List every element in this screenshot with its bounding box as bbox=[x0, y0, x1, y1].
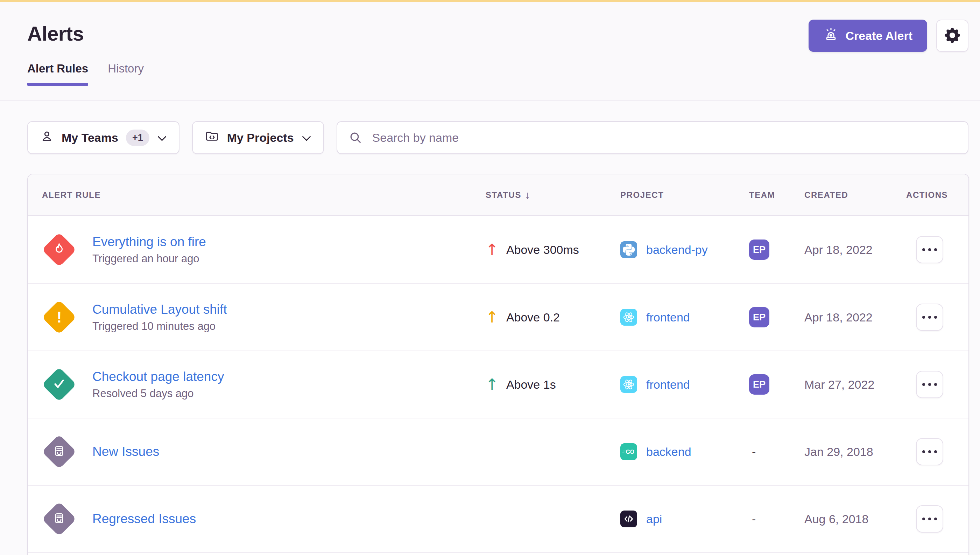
svg-text:GO: GO bbox=[626, 449, 634, 455]
actions-cell bbox=[906, 236, 954, 263]
project-link[interactable]: frontend bbox=[646, 378, 690, 391]
alert-rule-link[interactable]: Everything is on fire bbox=[93, 234, 206, 249]
sort-desc-icon: ↓ bbox=[525, 189, 530, 201]
alert-type-icon: ! bbox=[42, 435, 76, 469]
status-text: Above 1s bbox=[506, 378, 556, 391]
table-row: ! Cumulative bbox=[28, 283, 969, 351]
react-icon bbox=[622, 311, 635, 324]
ellipsis-icon bbox=[922, 248, 925, 251]
alert-rule-text: Cumulative Layout shift Triggered 10 min… bbox=[93, 302, 227, 333]
alert-rules-table: Alert Rule Status ↓ Project Team Created… bbox=[27, 174, 969, 555]
project-link[interactable]: backend-py bbox=[646, 243, 708, 257]
created-date: Apr 18, 2022 bbox=[804, 311, 906, 324]
project-link[interactable]: api bbox=[646, 512, 662, 526]
issues-icon bbox=[53, 444, 66, 459]
platform-icon: GO bbox=[620, 309, 637, 326]
table-row: ! Checkout pa bbox=[28, 351, 969, 418]
row-actions-button[interactable] bbox=[916, 303, 943, 331]
search-input[interactable] bbox=[337, 121, 969, 154]
row-actions-button[interactable] bbox=[916, 236, 943, 263]
alert-rule-text: Checkout page latency Resolved 5 days ag… bbox=[93, 369, 224, 400]
table-header-row: Alert Rule Status ↓ Project Team Created… bbox=[28, 174, 969, 216]
teams-extra-count-badge: +1 bbox=[126, 130, 149, 146]
teams-filter-dropdown[interactable]: My Teams +1 bbox=[27, 121, 179, 154]
chevron-down-icon bbox=[302, 131, 312, 144]
created-date: Apr 18, 2022 bbox=[804, 243, 906, 257]
team-cell: EP bbox=[749, 307, 804, 327]
team-avatar[interactable]: EP bbox=[749, 307, 769, 327]
ellipsis-icon bbox=[922, 383, 925, 386]
alert-rule-cell: ! Checkout pa bbox=[42, 367, 486, 402]
team-cell: EP bbox=[749, 239, 804, 260]
actions-cell bbox=[906, 303, 954, 331]
actions-cell bbox=[906, 505, 954, 533]
alert-rule-link[interactable]: New Issues bbox=[93, 444, 159, 459]
alert-type-icon: ! bbox=[42, 367, 76, 402]
react-icon bbox=[622, 378, 635, 391]
row-actions-button[interactable] bbox=[916, 505, 943, 533]
actions-cell bbox=[906, 438, 954, 465]
go-icon: GO bbox=[622, 445, 636, 459]
team-avatar[interactable]: EP bbox=[749, 239, 769, 260]
tab-history[interactable]: History bbox=[108, 62, 144, 86]
ellipsis-icon bbox=[922, 518, 925, 520]
row-actions-button[interactable] bbox=[916, 438, 943, 465]
projects-filter-dropdown[interactable]: My Projects bbox=[192, 121, 324, 154]
alert-rule-link[interactable]: Regressed Issues bbox=[93, 512, 196, 526]
column-header-alert-rule: Alert Rule bbox=[42, 190, 486, 200]
threshold-up-icon: ↑ bbox=[486, 377, 499, 392]
status-text: Above 0.2 bbox=[506, 311, 560, 324]
alert-rule-cell: ! New Issues bbox=[42, 435, 486, 469]
user-icon bbox=[40, 129, 54, 146]
alert-rule-link[interactable]: Cumulative Layout shift bbox=[93, 302, 227, 317]
settings-button[interactable] bbox=[936, 19, 969, 52]
threshold-up-icon: ↑ bbox=[486, 242, 499, 257]
alert-type-icon: ! bbox=[42, 300, 76, 334]
alert-rule-cell: ! Cumulative bbox=[42, 300, 486, 334]
row-actions-button[interactable] bbox=[916, 371, 943, 398]
platform-icon: GO bbox=[620, 443, 637, 460]
team-cell: EP bbox=[749, 374, 804, 395]
alert-rule-detail: Triggered 10 minutes ago bbox=[93, 320, 227, 333]
table-row-partial bbox=[28, 552, 969, 555]
column-header-status[interactable]: Status ↓ bbox=[486, 189, 620, 201]
tab-alert-rules[interactable]: Alert Rules bbox=[27, 62, 88, 86]
alert-rule-detail: Triggered an hour ago bbox=[93, 252, 206, 265]
project-link[interactable]: frontend bbox=[646, 311, 690, 324]
python-icon bbox=[623, 244, 635, 256]
project-cell: GO frontend bbox=[620, 309, 749, 326]
project-cell: GO backend bbox=[620, 443, 749, 460]
status-cell: ↑ Above 1s bbox=[486, 377, 620, 392]
header-actions: Create Alert bbox=[809, 19, 969, 52]
create-alert-button[interactable]: Create Alert bbox=[809, 19, 927, 52]
alerts-page: Alerts Create Alert bbox=[0, 0, 980, 555]
code-icon bbox=[622, 513, 635, 525]
team-empty-dash: - bbox=[749, 512, 804, 526]
team-cell: - bbox=[749, 445, 804, 459]
platform-icon: GO bbox=[620, 241, 637, 258]
created-date: Aug 6, 2018 bbox=[804, 512, 906, 526]
filter-bar: My Teams +1 My Projects bbox=[0, 101, 980, 154]
actions-cell bbox=[906, 371, 954, 398]
team-avatar[interactable]: EP bbox=[749, 374, 769, 395]
tab-bar: Alert Rules History bbox=[27, 62, 969, 86]
project-cell: GO api bbox=[620, 510, 749, 527]
alert-rule-text: New Issues bbox=[93, 444, 159, 459]
team-cell: - bbox=[749, 512, 804, 526]
threshold-up-icon: ↑ bbox=[486, 310, 499, 325]
exclamation-icon: ! bbox=[57, 308, 62, 326]
created-date: Jan 29, 2018 bbox=[804, 445, 906, 459]
alert-rule-link[interactable]: Checkout page latency bbox=[93, 369, 224, 384]
alert-rule-cell: ! Everything bbox=[42, 233, 486, 267]
project-link[interactable]: backend bbox=[646, 445, 691, 459]
search-field-wrap bbox=[337, 121, 969, 154]
issues-icon bbox=[53, 512, 66, 526]
create-alert-label: Create Alert bbox=[846, 29, 913, 43]
column-header-actions: Actions bbox=[906, 190, 954, 200]
alert-rule-detail: Resolved 5 days ago bbox=[93, 387, 224, 400]
check-icon bbox=[52, 377, 67, 393]
projects-filter-label: My Projects bbox=[227, 131, 294, 144]
ellipsis-icon bbox=[922, 450, 925, 453]
gear-icon bbox=[945, 28, 960, 44]
created-date: Mar 27, 2022 bbox=[804, 378, 906, 391]
